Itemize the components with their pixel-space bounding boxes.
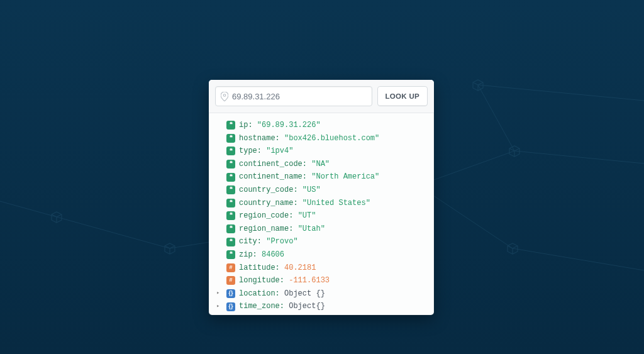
string-type-icon: ❝ [226, 160, 235, 169]
svg-line-0 [0, 201, 57, 217]
result-row-hostname: ❝ hostname: "box426.bluehost.com" [216, 133, 426, 145]
object-type-icon: {} [226, 302, 235, 311]
result-row-type: ❝ type: "ipv4" [216, 145, 426, 157]
value-country-code: "US" [303, 185, 321, 194]
value-continent-code: "NA" [311, 160, 330, 169]
result-row-country-name: ❝ country_name: "United States" [216, 197, 426, 209]
value-location: Object {} [284, 289, 325, 298]
value-latitude: 40.2181 [284, 263, 316, 272]
search-row: LOOK UP [209, 80, 434, 113]
svg-line-1 [57, 217, 170, 248]
value-ip: "69.89.31.226" [257, 121, 321, 130]
string-type-icon: ❝ [226, 173, 235, 182]
result-row-location[interactable]: ▸ {} location: Object {} [216, 288, 426, 300]
result-row-region-name: ❝ region_name: "Utah" [216, 223, 426, 235]
value-region-code: "UT" [298, 211, 316, 220]
string-type-icon: ❝ [226, 250, 235, 259]
value-region-name: "Utah" [298, 224, 325, 233]
expand-arrow-icon[interactable]: ▸ [216, 302, 223, 311]
value-hostname: "box426.bluehost.com" [284, 134, 379, 143]
svg-line-9 [478, 85, 644, 101]
result-row-region-code: ❝ region_code: "UT" [216, 210, 426, 222]
result-row-time-zone[interactable]: ▸ {} time_zone: Object{} [216, 301, 426, 313]
lookup-button[interactable]: LOOK UP [377, 86, 428, 106]
value-type: "ipv4" [266, 147, 293, 155]
number-type-icon: # [226, 263, 235, 272]
result-row-latitude: # latitude: 40.2181 [216, 262, 426, 274]
svg-line-7 [513, 248, 644, 270]
result-row-zip: ❝ zip: 84606 [216, 249, 426, 261]
value-continent-name: "North America" [311, 172, 379, 181]
lookup-panel: LOOK UP ❝ ip: "69.89.31.226" ❝ hostname:… [209, 80, 434, 315]
string-type-icon: ❝ [226, 121, 235, 130]
object-type-icon: {} [226, 289, 235, 298]
expand-arrow-icon[interactable]: ▸ [216, 289, 223, 298]
string-type-icon: ❝ [226, 211, 235, 220]
results-list: ❝ ip: "69.89.31.226" ❝ hostname: "box426… [209, 113, 434, 315]
string-type-icon: ❝ [226, 185, 235, 194]
value-longitude: -111.6133 [289, 276, 330, 285]
string-type-icon: ❝ [226, 238, 235, 246]
string-type-icon: ❝ [226, 224, 235, 233]
location-pin-icon [221, 92, 228, 101]
result-row-city: ❝ city: "Provo" [216, 236, 426, 248]
svg-line-5 [514, 151, 644, 163]
value-time-zone: Object{} [289, 302, 325, 311]
value-city: "Provo" [266, 237, 297, 246]
string-type-icon: ❝ [226, 147, 235, 155]
svg-line-8 [478, 85, 514, 151]
value-zip: 84606 [262, 250, 284, 259]
result-row-longitude: # longitude: -111.6133 [216, 275, 426, 287]
result-row-continent-code: ❝ continent_code: "NA" [216, 158, 426, 170]
string-type-icon: ❝ [226, 199, 235, 207]
result-row-continent-name: ❝ continent_name: "North America" [216, 171, 426, 183]
number-type-icon: # [226, 276, 235, 285]
search-box[interactable] [215, 86, 372, 106]
ip-input[interactable] [232, 92, 367, 101]
result-row-country-code: ❝ country_code: "US" [216, 184, 426, 196]
result-row-ip: ❝ ip: "69.89.31.226" [216, 119, 426, 131]
string-type-icon: ❝ [226, 134, 235, 143]
svg-point-10 [223, 94, 226, 96]
value-country-name: "United States" [303, 199, 370, 207]
